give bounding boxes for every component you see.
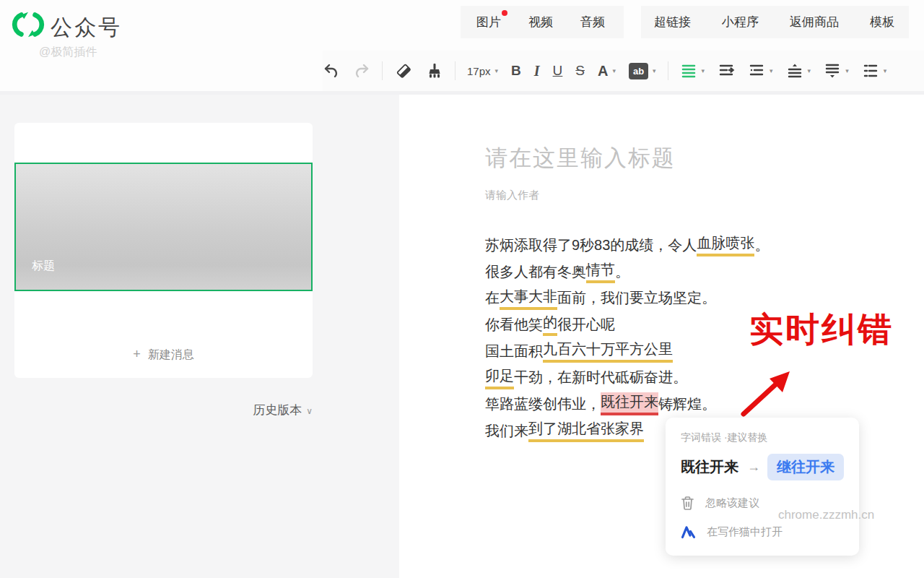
line-height-up-icon: [786, 62, 803, 79]
text-segment: 我们来: [485, 421, 528, 441]
bold-button[interactable]: B: [511, 58, 521, 84]
spellcheck-warning[interactable]: 情节: [586, 260, 615, 283]
list-icon: [862, 62, 879, 79]
editor-line[interactable]: 很多人都有冬奥情节。: [485, 259, 889, 285]
chevron-down-icon: ∨: [306, 406, 313, 416]
wechat-official-account-logo-icon: [12, 8, 45, 41]
align-icon: [680, 62, 697, 79]
nav-template-button[interactable]: 模板: [870, 14, 894, 30]
header: 公众号 @极简插件 图片 视频 音频 超链接 小程序 返佣商品 模板: [0, 0, 924, 91]
indent-icon: [718, 62, 735, 79]
text-segment: 干劲，在新时代砥砺奋进。: [514, 368, 687, 387]
nav-audio-button[interactable]: 音频: [580, 14, 605, 30]
spellcheck-warning[interactable]: 的: [543, 313, 557, 336]
title-input[interactable]: 请在这里输入标题: [485, 143, 676, 173]
text-segment: 很多人都有冬奥: [485, 262, 586, 282]
format-toolbar: 17px ▾ B I U S A ▾ ab ▾ ▾: [323, 51, 924, 91]
editor-line[interactable]: 卯足干劲，在新时代砥砺奋进。: [485, 364, 889, 391]
align-button[interactable]: ▾: [680, 58, 705, 84]
insert-object-nav: 超链接 小程序 返佣商品 模板: [641, 6, 909, 38]
strikethrough-button[interactable]: S: [575, 58, 585, 84]
message-card[interactable]: 标题 +新建消息: [14, 123, 313, 378]
annotation-arrow-icon: [735, 363, 800, 421]
history-version-button[interactable]: 历史版本∨: [14, 402, 313, 418]
text-segment: 国土面积: [485, 342, 543, 361]
chevron-down-icon: ▾: [495, 67, 499, 74]
chevron-down-icon: ▾: [884, 67, 887, 74]
undo-icon: [323, 62, 340, 79]
new-badge-dot: [502, 10, 507, 16]
spellcheck-warning[interactable]: 卯足: [485, 366, 514, 389]
plugin-watermark: @极简插件: [39, 45, 97, 60]
text-segment: 在: [485, 288, 500, 308]
italic-button[interactable]: I: [534, 58, 540, 84]
highlight-icon: ab: [629, 63, 648, 79]
suggestion-button[interactable]: 继往开来: [767, 454, 844, 480]
underline-button[interactable]: U: [553, 58, 563, 84]
text-segment: 。: [754, 236, 769, 255]
spellcheck-warning[interactable]: 大事大非: [500, 287, 557, 310]
wrong-word: 既往开来: [681, 457, 738, 477]
text-segment: 很开心呢: [557, 315, 615, 335]
paragraph-spacing-button[interactable]: ▾: [824, 58, 849, 84]
text-segment: 铸辉煌。: [658, 394, 716, 414]
brand-title: 公众号: [51, 13, 122, 43]
chevron-down-icon: ▾: [808, 67, 811, 74]
realtime-correction-annotation: 实时纠错: [749, 307, 894, 353]
undo-button[interactable]: [323, 58, 340, 84]
plus-icon: +: [133, 347, 141, 361]
format-painter-button[interactable]: [426, 58, 443, 84]
chevron-down-icon: ▾: [770, 67, 773, 74]
line-height-button[interactable]: ▾: [786, 58, 811, 84]
font-color-button[interactable]: A ▾: [598, 58, 616, 84]
redo-icon: [353, 62, 370, 79]
new-message-button[interactable]: +新建消息: [14, 347, 313, 363]
format-brush-icon: [426, 62, 443, 79]
arrow-right-icon: →: [747, 460, 760, 475]
outdent-icon: [748, 62, 765, 79]
spellcheck-warning[interactable]: 血脉喷张: [697, 233, 754, 256]
highlight-color-button[interactable]: ab ▾: [629, 58, 656, 84]
spellcheck-warning[interactable]: 九百六十万平方公里: [543, 340, 673, 363]
trash-icon: [681, 496, 694, 510]
font-size-select[interactable]: 17px ▾: [467, 58, 498, 84]
open-in-xiezuocat-button[interactable]: 在写作猫中打开: [681, 525, 859, 539]
text-segment: 。: [615, 262, 629, 282]
chevron-down-icon: ▾: [845, 67, 849, 74]
nav-video-button[interactable]: 视频: [528, 14, 553, 30]
toolbar-divider: [455, 61, 456, 80]
sidebar: 标题 +新建消息 历史版本∨: [0, 95, 399, 578]
text-segment: 苏炳添取得了9秒83的成绩，令人: [485, 236, 697, 255]
outdent-button[interactable]: ▾: [748, 58, 773, 84]
message-thumbnail-selected[interactable]: 标题: [14, 163, 313, 291]
indent-button[interactable]: [718, 58, 735, 84]
text-segment: 你看他笑: [485, 315, 543, 335]
nav-miniprogram-button[interactable]: 小程序: [722, 14, 759, 30]
correction-popup: 字词错误 ·建议替换 既往开来 → 继往开来 忽略该建议 在写作猫中打开: [666, 418, 859, 556]
suggestion-row: 既往开来 → 继往开来: [681, 454, 859, 480]
line-height-down-icon: [824, 62, 841, 79]
eraser-icon: [394, 61, 413, 80]
xiezuocat-logo-icon: [681, 525, 696, 539]
spellcheck-error[interactable]: 既往开来: [601, 392, 658, 415]
list-button[interactable]: ▾: [862, 58, 887, 84]
author-input[interactable]: 请输入作者: [485, 189, 539, 202]
nav-commission-goods-button[interactable]: 返佣商品: [790, 14, 839, 30]
chevron-down-icon: ▾: [702, 67, 705, 74]
nav-hyperlink-button[interactable]: 超链接: [654, 14, 691, 30]
popup-header: 字词错误 ·建议替换: [681, 431, 859, 444]
editor-line[interactable]: 筚路蓝缕创伟业，既往开来铸辉煌。: [485, 391, 889, 418]
text-segment: 筚路蓝缕创伟业，: [485, 394, 601, 414]
chevron-down-icon: ▾: [612, 67, 616, 74]
toolbar-divider: [668, 61, 668, 80]
clear-format-button[interactable]: [394, 58, 413, 84]
site-watermark: chrome.zzzmh.cn: [778, 508, 874, 522]
insert-media-nav: 图片 视频 音频: [461, 6, 624, 38]
text-segment: 面前，我们要立场坚定。: [557, 288, 716, 308]
toolbar-divider: [382, 61, 383, 80]
spellcheck-warning[interactable]: 到了湖北省张家界: [528, 419, 644, 442]
nav-image-button[interactable]: 图片: [476, 14, 501, 30]
thumbnail-title-label: 标题: [32, 259, 55, 274]
redo-button[interactable]: [353, 58, 370, 84]
editor-line[interactable]: 苏炳添取得了9秒83的成绩，令人血脉喷张。: [485, 232, 889, 259]
